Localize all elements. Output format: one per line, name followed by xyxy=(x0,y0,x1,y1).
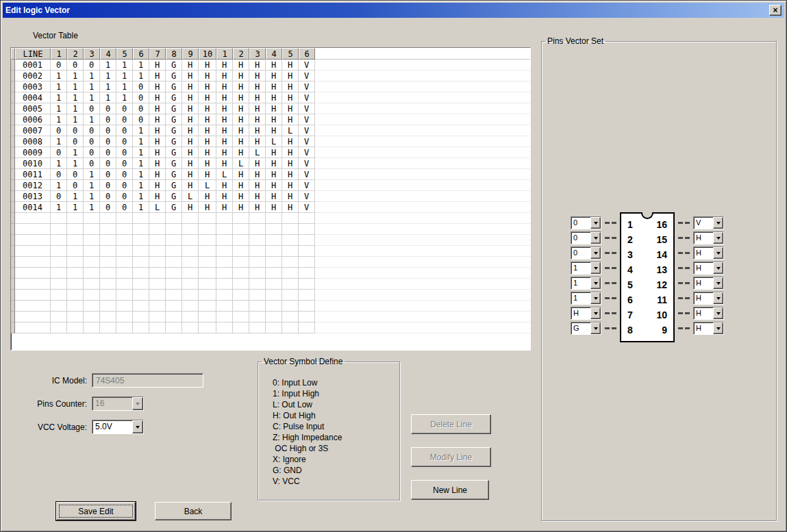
vector-cell[interactable]: H xyxy=(216,92,233,103)
vector-cell[interactable]: 1 xyxy=(133,202,149,213)
vector-cell[interactable]: 0 xyxy=(100,125,116,136)
close-button[interactable]: × xyxy=(769,5,782,16)
vector-cell[interactable]: 0 xyxy=(67,136,84,147)
vector-cell[interactable]: 1 xyxy=(51,71,67,81)
vector-cell[interactable]: H xyxy=(282,60,299,71)
vector-cell[interactable]: H xyxy=(199,81,216,92)
vector-cell[interactable]: 1 xyxy=(133,147,149,158)
vector-cell[interactable]: H xyxy=(182,71,199,81)
dropdown-button[interactable] xyxy=(590,217,601,229)
vector-cell[interactable]: 0 xyxy=(116,103,133,114)
vector-cell[interactable]: G xyxy=(166,114,182,125)
vector-cell[interactable]: 0 xyxy=(100,147,116,158)
vector-cell[interactable]: 0 xyxy=(116,169,133,180)
vector-cell[interactable]: H xyxy=(249,191,266,202)
vector-cell[interactable]: H xyxy=(149,103,166,114)
vector-cell[interactable]: V xyxy=(299,103,315,114)
vector-cell[interactable]: H xyxy=(233,136,249,147)
dropdown-button[interactable] xyxy=(713,262,723,274)
vector-cell[interactable]: H xyxy=(149,191,166,202)
vector-cell[interactable]: H xyxy=(282,92,299,103)
vector-cell[interactable]: H xyxy=(216,136,233,147)
vector-cell[interactable]: H xyxy=(266,147,282,158)
vector-cell[interactable]: 0 xyxy=(51,60,67,71)
vector-cell[interactable]: 1 xyxy=(84,180,100,191)
vector-cell[interactable]: 0 xyxy=(51,147,67,158)
vector-cell[interactable]: 0 xyxy=(116,180,133,191)
dropdown-button[interactable] xyxy=(713,217,723,229)
vector-cell[interactable]: H xyxy=(233,202,249,213)
vector-cell[interactable]: 1 xyxy=(100,92,116,103)
vector-cell[interactable]: H xyxy=(199,158,216,169)
line-number-cell[interactable]: 0005 xyxy=(15,103,51,114)
vector-cell[interactable]: L xyxy=(233,158,249,169)
dropdown-button[interactable] xyxy=(590,247,601,259)
pin-value-combobox[interactable]: G xyxy=(571,322,601,335)
vector-cell[interactable]: 1 xyxy=(67,191,84,202)
vector-cell[interactable]: H xyxy=(199,136,216,147)
dropdown-button[interactable] xyxy=(713,307,723,319)
vector-cell[interactable]: 1 xyxy=(51,114,67,125)
dropdown-button[interactable] xyxy=(590,232,601,244)
vector-cell[interactable]: G xyxy=(166,60,182,71)
pin-value-combobox[interactable]: H xyxy=(693,262,724,275)
vector-cell[interactable]: 0 xyxy=(133,114,149,125)
vector-cell[interactable]: H xyxy=(249,60,266,71)
line-number-cell[interactable]: 0007 xyxy=(15,125,51,136)
vector-cell[interactable]: 0 xyxy=(100,114,116,125)
vector-cell[interactable]: H xyxy=(149,125,166,136)
vector-cell[interactable]: H xyxy=(249,169,266,180)
vector-cell[interactable]: H xyxy=(182,125,199,136)
vector-cell[interactable]: 1 xyxy=(133,71,149,81)
save-edit-button[interactable]: Save Edit xyxy=(56,502,136,520)
vector-cell[interactable]: 1 xyxy=(51,158,67,169)
vector-cell[interactable]: H xyxy=(182,114,199,125)
vector-cell[interactable]: 0 xyxy=(116,202,133,213)
vector-cell[interactable]: H xyxy=(216,71,233,81)
vector-cell[interactable]: 1 xyxy=(51,202,67,213)
vector-cell[interactable]: 1 xyxy=(67,103,84,114)
vector-cell[interactable]: 1 xyxy=(116,92,133,103)
vector-cell[interactable]: V xyxy=(299,191,315,202)
vector-cell[interactable]: 0 xyxy=(100,103,116,114)
vector-cell[interactable]: H xyxy=(182,180,199,191)
vector-cell[interactable]: H xyxy=(282,81,299,92)
vector-cell[interactable]: H xyxy=(282,158,299,169)
vector-cell[interactable]: V xyxy=(299,158,315,169)
vector-cell[interactable]: H xyxy=(233,169,249,180)
vector-cell[interactable]: 0 xyxy=(133,92,149,103)
vector-cell[interactable]: H xyxy=(149,60,166,71)
new-line-button[interactable]: New Line xyxy=(411,480,489,500)
vector-cell[interactable]: H xyxy=(199,147,216,158)
vector-cell[interactable]: H xyxy=(282,147,299,158)
vector-cell[interactable]: 1 xyxy=(100,81,116,92)
line-number-cell[interactable]: 0012 xyxy=(15,180,51,191)
dropdown-button[interactable] xyxy=(132,420,143,433)
vector-cell[interactable]: 0 xyxy=(84,103,100,114)
vector-cell[interactable]: H xyxy=(199,125,216,136)
vector-cell[interactable]: V xyxy=(299,114,315,125)
line-number-cell[interactable]: 0014 xyxy=(15,202,51,213)
vector-cell[interactable]: H xyxy=(182,60,199,71)
vector-cell[interactable]: G xyxy=(166,147,182,158)
vector-cell[interactable]: 0 xyxy=(116,158,133,169)
vector-cell[interactable]: 0 xyxy=(100,158,116,169)
vector-cell[interactable]: 0 xyxy=(116,136,133,147)
line-number-cell[interactable]: 0002 xyxy=(15,71,51,81)
vector-cell[interactable]: H xyxy=(199,92,216,103)
vector-cell[interactable]: H xyxy=(249,71,266,81)
pin-value-combobox[interactable]: H xyxy=(693,277,724,290)
vector-cell[interactable]: H xyxy=(149,180,166,191)
vector-cell[interactable]: 1 xyxy=(84,202,100,213)
vector-cell[interactable]: G xyxy=(166,71,182,81)
vector-cell[interactable]: H xyxy=(249,202,266,213)
vector-cell[interactable]: H xyxy=(233,71,249,81)
vector-cell[interactable]: G xyxy=(166,158,182,169)
pin-value-combobox[interactable]: H xyxy=(571,307,601,320)
vector-cell[interactable]: 1 xyxy=(84,81,100,92)
dropdown-button[interactable] xyxy=(590,277,601,289)
vector-cell[interactable]: H xyxy=(216,60,233,71)
vector-cell[interactable]: H xyxy=(182,158,199,169)
vector-cell[interactable]: H xyxy=(216,158,233,169)
vector-cell[interactable]: 0 xyxy=(67,60,84,71)
